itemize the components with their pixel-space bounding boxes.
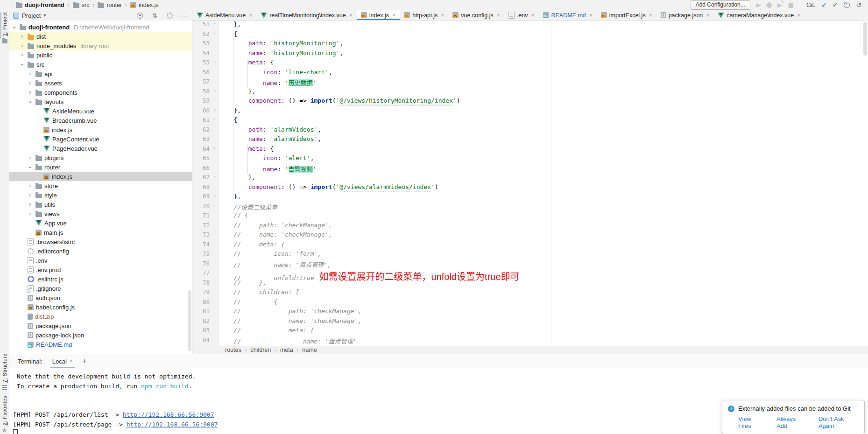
tree-item[interactable]: ›style [9, 190, 192, 200]
hide-panel-icon[interactable]: — [182, 13, 188, 19]
editor-tab[interactable]: README.md× [539, 10, 597, 20]
tree-arrow-icon[interactable]: › [27, 201, 33, 208]
tree-item[interactable]: main.js [9, 228, 192, 237]
git-update-icon[interactable]: ↙ [821, 2, 826, 8]
tree-item[interactable]: .editorconfig [9, 246, 192, 256]
tree-item[interactable]: ›assets [9, 78, 192, 88]
fold-marker-icon[interactable]: › [212, 203, 218, 209]
tree-item[interactable]: index.js [9, 172, 192, 181]
editor-breadcrumb-item[interactable]: meta [280, 347, 293, 353]
tree-arrow-icon[interactable]: › [19, 42, 25, 49]
tree-item[interactable]: .eslintrc.js [9, 274, 192, 284]
tree-arrow-icon[interactable]: › [27, 182, 33, 189]
terminal-link[interactable]: http://192.168.66.56:9007 [127, 421, 218, 428]
tool-window-tab-project[interactable]: 1: Project [0, 12, 9, 43]
debug-icon[interactable] [767, 2, 771, 8]
editor-tab[interactable]: index.js× [357, 10, 400, 20]
tool-window-tab-structure[interactable]: 7: Structure [0, 353, 9, 391]
tree-arrow-icon[interactable]: › [27, 210, 33, 217]
code-editor[interactable]: 51›52›535455›565758›5960›61›626364›65666… [192, 21, 868, 346]
tree-item[interactable]: ›router [9, 162, 192, 172]
editor-tab[interactable]: importExcel.js× [597, 10, 656, 20]
tree-item[interactable]: auth.json [9, 293, 192, 302]
close-icon[interactable]: × [70, 358, 73, 364]
breadcrumb-item[interactable]: src [73, 2, 90, 8]
tree-item[interactable]: ›node_moduleslibrary root [9, 41, 192, 50]
close-icon[interactable]: × [797, 12, 800, 19]
add-configuration-button[interactable]: Add Configuration... [691, 0, 750, 10]
tree-item[interactable]: dist.zip [9, 312, 192, 321]
editor-tab[interactable]: vue.config.js× [448, 10, 504, 20]
fold-marker-icon[interactable]: › [212, 88, 218, 94]
tree-arrow-icon[interactable]: › [19, 52, 25, 58]
tree-item[interactable]: Breadcrumb.vue [9, 116, 192, 125]
editor-tab[interactable]: package.json× [656, 10, 714, 20]
tree-item[interactable]: AsideMenu.vue [9, 106, 192, 116]
breadcrumb-item[interactable]: index.js [130, 2, 158, 8]
editor-breadcrumb-item[interactable]: children [250, 347, 271, 353]
tree-item[interactable]: ›layouts [9, 97, 192, 106]
editor-tab[interactable]: realTimeMonitoring\index.vue× [256, 10, 357, 20]
history-clock-icon[interactable] [844, 2, 850, 8]
tree-item[interactable]: .gitignore [9, 284, 192, 293]
breadcrumb-item[interactable]: router [98, 2, 122, 8]
tree-item[interactable]: .env.prod [9, 265, 192, 274]
project-tree-scrollbar[interactable] [188, 290, 191, 351]
tree-item[interactable]: ›utils [9, 200, 192, 209]
fold-marker-icon[interactable]: › [212, 174, 218, 180]
tree-item[interactable]: .browserslistrc [9, 237, 192, 246]
close-icon[interactable]: × [497, 12, 500, 19]
tree-item[interactable]: ›components [9, 88, 192, 97]
close-icon[interactable]: × [349, 12, 353, 19]
editor-tab[interactable]: .env× [504, 10, 539, 20]
tree-item[interactable]: App.vue [9, 218, 192, 228]
tree-item[interactable]: ›duoji-frontendD:\zheheWeb\duoji-fronten… [9, 22, 192, 32]
run-icon[interactable]: ▶ [756, 2, 761, 8]
fold-marker-icon[interactable]: › [212, 116, 218, 122]
new-terminal-session-button[interactable]: + [83, 357, 87, 365]
editor-tab[interactable]: AsideMenu.vue× [192, 10, 256, 20]
tree-arrow-icon[interactable]: › [27, 80, 33, 86]
tool-window-tab-favorites[interactable]: 2: Favorites ★ [0, 396, 9, 433]
tree-item[interactable]: ›dist [9, 32, 192, 41]
terminal-tab-local[interactable]: Local × [50, 354, 75, 368]
fold-marker-icon[interactable]: › [212, 145, 218, 151]
tree-arrow-icon[interactable]: › [27, 192, 33, 198]
close-icon[interactable]: × [392, 12, 395, 19]
git-commit-icon[interactable]: ✔ [833, 2, 838, 8]
notification-action-link[interactable]: Always Add [776, 415, 806, 429]
run-coverage-icon[interactable]: ▶↻ [777, 2, 782, 8]
editor-scrollbar[interactable] [863, 22, 867, 56]
terminal-link[interactable]: http://192.168.66.56:9007 [123, 411, 214, 418]
tree-item[interactable]: babel.config.js [9, 302, 192, 312]
project-panel-title[interactable]: Project [22, 12, 41, 19]
editor-breadcrumb-item[interactable]: name [302, 347, 317, 353]
stop-icon[interactable]: ■ [788, 2, 794, 8]
tree-item[interactable]: ›api [9, 69, 192, 78]
tree-item[interactable]: ›plugins [9, 153, 192, 162]
editor-breadcrumb-item[interactable]: routes [225, 347, 241, 353]
tree-item[interactable]: ›src [9, 60, 192, 69]
locate-file-icon[interactable] [137, 13, 143, 19]
fold-marker-icon[interactable]: › [212, 21, 218, 27]
tree-arrow-icon[interactable]: › [27, 164, 34, 170]
fold-marker-icon[interactable]: › [212, 59, 218, 65]
editor-tab[interactable]: http-api.js× [400, 10, 448, 20]
tree-item[interactable]: ›store [9, 181, 192, 190]
tree-item[interactable]: README.md [9, 340, 192, 349]
close-icon[interactable]: × [531, 12, 534, 19]
tree-arrow-icon[interactable]: › [11, 24, 18, 30]
close-icon[interactable]: × [441, 12, 444, 19]
tree-item[interactable]: ›views [9, 209, 192, 218]
notification-action-link[interactable]: Don't Ask Again [819, 415, 859, 429]
chevron-down-icon[interactable]: ▾ [43, 13, 46, 18]
tree-arrow-icon[interactable]: › [27, 99, 34, 105]
fold-marker-icon[interactable]: › [212, 107, 218, 113]
tree-item[interactable]: index.js [9, 125, 192, 134]
tree-arrow-icon[interactable]: › [19, 62, 26, 68]
close-icon[interactable]: × [706, 12, 709, 19]
tree-item[interactable]: package.json [9, 321, 192, 330]
tree-item[interactable]: PageContent.vue [9, 134, 192, 144]
close-icon[interactable]: × [589, 12, 593, 19]
code-area[interactable]: }, { path: 'historyMonitoring', name: 'h… [219, 21, 868, 346]
